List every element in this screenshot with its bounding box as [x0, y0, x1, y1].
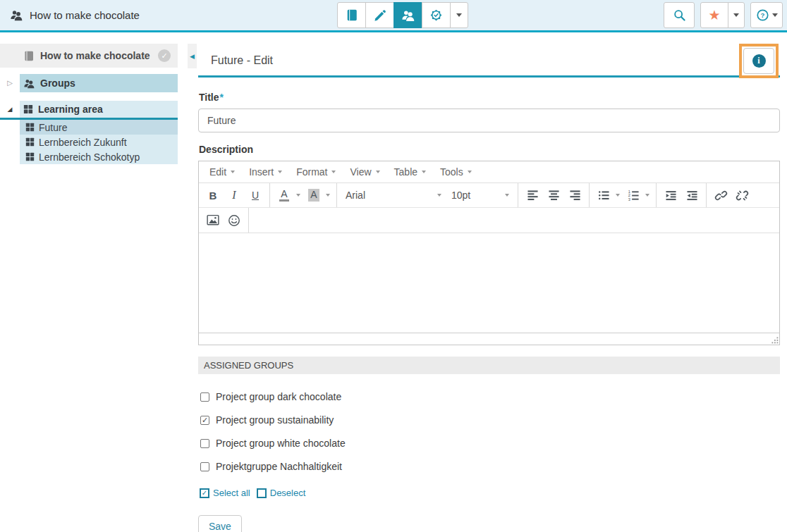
- align-left-icon: [527, 190, 539, 201]
- edit-view-button[interactable]: [365, 2, 394, 28]
- background-color-button[interactable]: A: [304, 186, 324, 204]
- group-option-label: Projektgruppe Nachhaltigkeit: [216, 461, 342, 472]
- editor-statusbar: [199, 333, 779, 345]
- group-option-row[interactable]: ✓ Project group white chocolate: [200, 438, 780, 449]
- align-group: [518, 183, 590, 207]
- align-left-button[interactable]: [523, 186, 542, 204]
- tree-root-item[interactable]: How to make chocolate ✓: [0, 44, 178, 68]
- align-center-button[interactable]: [544, 186, 563, 204]
- tree-root-label: How to make chocolate: [40, 50, 150, 61]
- italic-button[interactable]: I: [224, 186, 244, 204]
- menu-edit[interactable]: Edit: [202, 166, 242, 178]
- font-group: Arial 10pt: [337, 183, 518, 207]
- checkbox[interactable]: ✓: [200, 392, 209, 402]
- tutorial-highlight-ring: i: [739, 44, 779, 78]
- title-input[interactable]: [198, 109, 780, 132]
- sidebar-item-learning-area[interactable]: ◢ Learning area: [0, 101, 178, 118]
- page-title: Future - Edit: [198, 44, 780, 67]
- expander-expanded-icon[interactable]: ◢: [0, 106, 20, 113]
- indent-button[interactable]: [661, 186, 681, 204]
- bold-button[interactable]: B: [203, 186, 223, 204]
- more-views-button[interactable]: [450, 2, 468, 28]
- chevron-down-icon: [456, 13, 462, 17]
- checkbox[interactable]: ✓: [200, 462, 209, 471]
- outdent-button[interactable]: [682, 186, 702, 204]
- svg-text:?: ?: [760, 11, 764, 19]
- search-button[interactable]: [664, 2, 695, 28]
- sidebar-tree: How to make chocolate ✓ ▷ Groups ◢ Learn…: [0, 44, 178, 164]
- view-switcher: [337, 2, 468, 28]
- sidebar-item-lernbereich-zukunft[interactable]: Lernbereich Zukunft: [0, 135, 178, 149]
- group-option-row[interactable]: ✓ Project group sustainability: [200, 414, 780, 426]
- menu-format[interactable]: Format: [289, 166, 343, 178]
- list-group: [590, 183, 657, 207]
- remove-link-button[interactable]: [732, 186, 752, 204]
- search-icon: [673, 8, 686, 22]
- chevron-down-icon: [278, 171, 282, 173]
- sidebar-item-lernbereich-schokotyp[interactable]: Lernbereich Schokotyp: [0, 149, 178, 164]
- text-color-button[interactable]: A: [274, 186, 294, 204]
- info-button[interactable]: i: [743, 48, 774, 74]
- align-center-icon: [548, 190, 560, 201]
- resize-grip-icon[interactable]: [771, 337, 779, 344]
- chevron-down-icon[interactable]: [616, 194, 620, 197]
- favorites-group: ★: [700, 2, 745, 28]
- menu-view[interactable]: View: [343, 166, 386, 178]
- menu-table[interactable]: Table: [387, 166, 433, 178]
- checkbox[interactable]: ✓: [200, 439, 209, 448]
- chevron-down-icon[interactable]: [645, 194, 649, 197]
- numbered-list-button[interactable]: [623, 186, 643, 204]
- font-family-select[interactable]: Arial: [341, 186, 446, 204]
- sidebar-collapse-handle[interactable]: ◀: [188, 44, 197, 68]
- align-right-button[interactable]: [565, 186, 585, 204]
- group-option-row[interactable]: ✓ Project group dark chocolate: [200, 391, 780, 402]
- menu-insert[interactable]: Insert: [242, 166, 289, 178]
- sidebar-item-label: Lernbereich Zukunft: [39, 137, 127, 148]
- sidebar-item-label: Lernbereich Schokotyp: [39, 151, 140, 163]
- main-content: Future - Edit i Title* Description Edit …: [198, 44, 780, 532]
- chevron-down-icon[interactable]: [326, 194, 330, 197]
- font-size-select[interactable]: 10pt: [446, 186, 514, 204]
- insert-link-button[interactable]: [711, 186, 731, 204]
- grid-icon: [23, 104, 33, 114]
- underline-button[interactable]: U: [245, 186, 265, 204]
- editor-menubar: Edit Insert Format View Table Tools: [199, 161, 779, 183]
- grid-icon: [25, 137, 35, 147]
- save-button[interactable]: Save: [198, 515, 242, 532]
- menu-tools[interactable]: Tools: [433, 166, 479, 178]
- sidebar-item-label: Learning area: [38, 104, 103, 115]
- editor-content-area[interactable]: [199, 233, 779, 333]
- header-context: How to make chocolate: [10, 9, 140, 21]
- members-view-button[interactable]: [394, 2, 422, 28]
- select-all-checkbox[interactable]: ✓: [200, 488, 209, 498]
- deselect-label[interactable]: Deselect: [270, 488, 306, 498]
- chevron-down-icon[interactable]: [296, 194, 300, 197]
- link-group: [707, 183, 756, 207]
- favorites-dropdown-button[interactable]: [728, 2, 745, 28]
- text-style-group: B I U: [199, 183, 270, 207]
- sidebar-item-future[interactable]: Future: [0, 120, 178, 135]
- book-view-button[interactable]: [337, 2, 366, 28]
- bulk-select-row: ✓ Select all ✓ Deselect: [198, 488, 780, 498]
- grid-icon: [25, 152, 35, 161]
- check-icon: ✓: [202, 416, 208, 424]
- book-icon: [346, 8, 358, 22]
- link-icon: [714, 189, 728, 202]
- bullet-list-button[interactable]: [594, 186, 614, 204]
- editor-toolbar-row2: [199, 208, 779, 233]
- align-right-icon: [569, 190, 581, 201]
- favorites-button[interactable]: ★: [700, 2, 728, 28]
- group-option-row[interactable]: ✓ Projektgruppe Nachhaltigkeit: [200, 461, 780, 472]
- checkbox[interactable]: ✓: [200, 416, 209, 425]
- insert-image-button[interactable]: [203, 211, 223, 230]
- chevron-down-icon: [468, 171, 472, 173]
- collapse-left-icon: ◀: [190, 53, 195, 60]
- help-button[interactable]: ?: [750, 2, 783, 28]
- chevron-down-icon: [505, 194, 509, 197]
- emoticons-button[interactable]: [224, 211, 244, 230]
- deselect-checkbox[interactable]: ✓: [257, 488, 267, 498]
- select-all-label[interactable]: Select all: [213, 488, 250, 498]
- badges-view-button[interactable]: [422, 2, 451, 28]
- expander-collapsed-icon[interactable]: ▷: [0, 80, 20, 87]
- sidebar-item-groups[interactable]: ▷ Groups: [0, 74, 178, 92]
